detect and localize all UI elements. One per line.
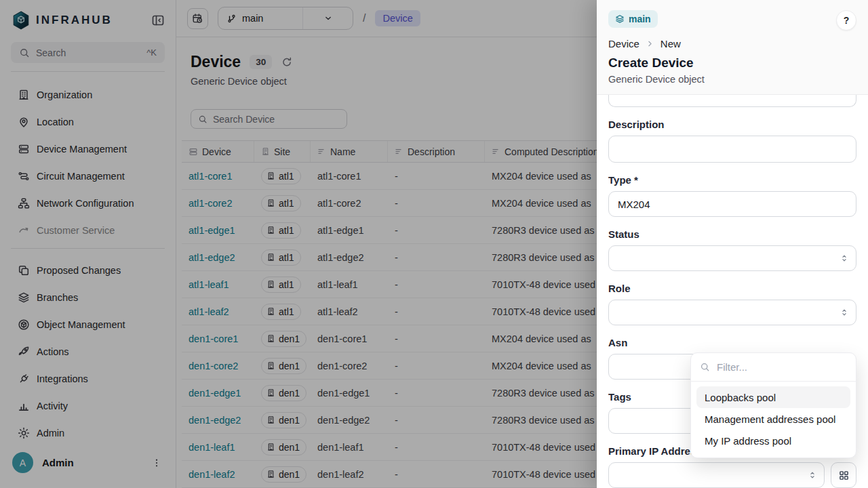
pool-filter-placeholder: Filter... <box>717 361 747 373</box>
chevron-right-icon <box>646 39 654 48</box>
status-select[interactable] <box>608 245 856 271</box>
type-field[interactable]: MX204 <box>608 191 856 217</box>
create-device-form: Description Type * MX204 Status Role Asn… <box>597 95 868 488</box>
status-label: Status <box>608 228 856 240</box>
name-field-partial[interactable] <box>608 95 856 107</box>
panel-title: Create Device <box>608 56 856 70</box>
type-label: Type * <box>608 174 856 186</box>
panel-breadcrumb: Device New <box>608 38 856 49</box>
description-field[interactable] <box>608 136 856 163</box>
branch-badge: main <box>608 10 658 28</box>
pool-option[interactable]: Loopbacks pool <box>696 386 850 408</box>
create-device-panel: main ? Device New Create Device Generic … <box>597 0 868 488</box>
panel-header: main ? Device New Create Device Generic … <box>597 0 868 95</box>
pool-filter-input[interactable]: Filter... <box>691 353 856 382</box>
description-label: Description <box>608 119 856 130</box>
chevrons-up-down-icon <box>840 253 849 263</box>
asn-label: Asn <box>608 337 856 348</box>
pool-option[interactable]: Management addresses pool <box>696 408 850 430</box>
chevrons-up-down-icon <box>808 470 817 480</box>
pool-option-list: Loopbacks pool Management addresses pool… <box>691 382 856 458</box>
primary-ip-select[interactable] <box>608 462 825 488</box>
role-label: Role <box>608 283 856 294</box>
app-root: INFRAHUB Search ^K Organization Location <box>0 0 868 488</box>
pool-option[interactable]: My IP address pool <box>696 430 850 451</box>
panel-subtitle: Generic Device object <box>608 74 856 85</box>
breadcrumb-new: New <box>660 38 681 49</box>
grid-icon <box>838 470 850 481</box>
help-button[interactable]: ? <box>836 10 856 30</box>
pool-dropdown: Filter... Loopbacks pool Management addr… <box>690 352 856 458</box>
ip-pool-button[interactable] <box>831 462 856 488</box>
breadcrumb-device[interactable]: Device <box>608 38 639 49</box>
search-icon <box>700 362 710 372</box>
role-select[interactable] <box>608 300 856 325</box>
layers-icon <box>615 14 625 24</box>
chevrons-up-down-icon <box>840 308 849 317</box>
